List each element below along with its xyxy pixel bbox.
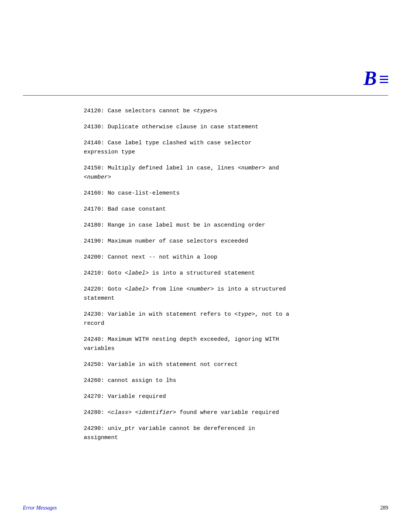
term-type-2: <type>	[234, 311, 255, 318]
list-item: 24200: Cannot next -- not within a loop	[84, 253, 381, 262]
menu-line-1	[380, 76, 388, 77]
list-item: 24130: Duplicate otherwise clause in cas…	[84, 123, 381, 132]
list-item: 24270: Variable required	[84, 392, 381, 401]
page-container: B 24120: Case selectors cannot be <type>…	[0, 0, 411, 532]
list-item: 24190: Maximum number of case selectors …	[84, 237, 381, 246]
list-item: 24120: Case selectors cannot be <type>s	[84, 107, 381, 116]
term-label: <label>	[125, 270, 149, 276]
term-number: <number>	[238, 165, 265, 171]
list-item: 24180: Range in case label must be in as…	[84, 221, 381, 230]
list-item: 24260: cannot assign to lhs	[84, 376, 381, 385]
menu-line-3	[380, 82, 388, 83]
list-item: 24150: Multiply defined label in case, l…	[84, 164, 381, 182]
list-item: 24140: Case label type clashed with case…	[84, 139, 381, 157]
term-label-2: <label>	[125, 286, 149, 292]
list-item: 24160: No case-list-elements	[84, 189, 381, 198]
list-item: 24250: Variable in with statement not co…	[84, 360, 381, 369]
section-divider	[23, 95, 388, 96]
chapter-letter: B	[363, 69, 377, 88]
list-item: 24230: Variable in with statement refers…	[84, 310, 381, 328]
menu-line-2	[380, 79, 388, 80]
list-item: 24170: Bad case constant	[84, 205, 381, 214]
page-footer: Error Messages 289	[23, 505, 388, 511]
menu-icon	[380, 76, 388, 83]
page-number: 289	[380, 505, 388, 511]
term-number-2: <number>	[84, 174, 111, 181]
chapter-header: B	[363, 69, 388, 88]
list-item: 24240: Maximum WITH nesting depth exceed…	[84, 335, 381, 353]
term-class: <class>	[108, 409, 132, 416]
list-item: 24220: Goto <label> from line <number> i…	[84, 285, 381, 303]
term-identifier: <identifier>	[135, 409, 176, 416]
list-item: 24280: <class> <identifier> found where …	[84, 408, 381, 417]
list-item: 24210: Goto <label> is into a structured…	[84, 269, 381, 278]
term-number-3: <number>	[186, 286, 214, 292]
list-item: 24290: univ_ptr variable cannot be deref…	[84, 424, 381, 443]
footer-section-label: Error Messages	[23, 505, 57, 511]
term-type: <type>	[193, 108, 214, 114]
error-list: 24120: Case selectors cannot be <type>s …	[84, 107, 381, 449]
